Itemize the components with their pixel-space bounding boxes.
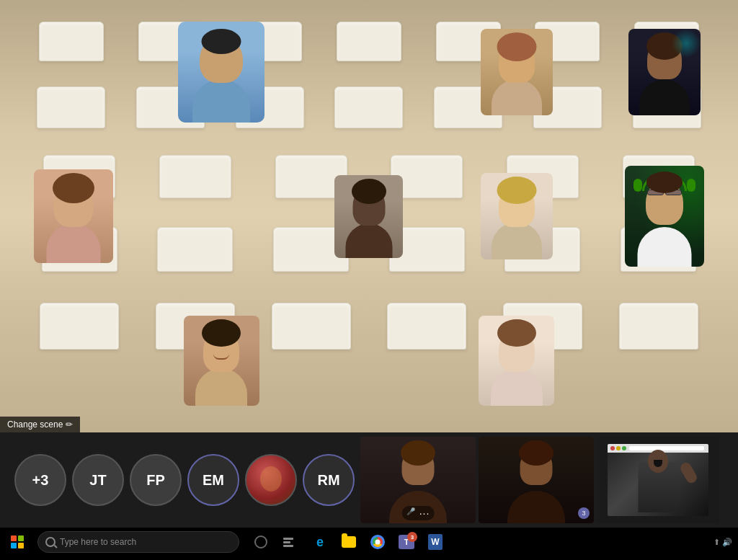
overflow-count-label: +3 bbox=[32, 472, 49, 489]
participant-cell-7 bbox=[590, 144, 738, 288]
windows-quad-1 bbox=[11, 535, 17, 541]
participant-cell bbox=[295, 288, 443, 432]
file-explorer-icon bbox=[342, 536, 356, 548]
search-icon bbox=[45, 537, 55, 547]
teams-button[interactable]: T 3 bbox=[394, 529, 419, 555]
participant-cell-6 bbox=[443, 144, 590, 288]
word-button[interactable]: W bbox=[422, 529, 448, 555]
participant-cell bbox=[148, 144, 295, 288]
task-view-button[interactable] bbox=[275, 529, 301, 555]
word-icon: W bbox=[428, 534, 443, 550]
overflow-count-avatar[interactable]: +3 bbox=[14, 454, 66, 506]
search-placeholder-text: Type here to search bbox=[60, 537, 136, 547]
participant-cell bbox=[590, 288, 738, 432]
active-panel-2[interactable]: 3 bbox=[479, 437, 594, 523]
change-scene-bar[interactable]: Change scene ✏ bbox=[0, 417, 80, 432]
participant-cell bbox=[295, 0, 443, 144]
windows-quad-2 bbox=[18, 535, 24, 541]
participant-count-badge: 3 bbox=[578, 507, 590, 519]
avatar-fp[interactable]: FP bbox=[130, 454, 182, 506]
avatar-red-container[interactable] bbox=[245, 454, 297, 506]
participant-cell-9 bbox=[443, 288, 590, 432]
windows-logo bbox=[11, 535, 24, 548]
avatar-em[interactable]: EM bbox=[187, 454, 239, 506]
participant-cell-1 bbox=[148, 0, 295, 144]
avatar-em-container[interactable]: EM bbox=[187, 454, 239, 506]
participant-cell bbox=[0, 0, 148, 144]
avatar-red[interactable] bbox=[245, 454, 297, 506]
participant-cell-2 bbox=[443, 0, 590, 144]
avatar-jt[interactable]: JT bbox=[72, 454, 124, 506]
screen-share-panel[interactable] bbox=[597, 437, 719, 523]
active-panel-1[interactable]: 🎤 ··· bbox=[360, 437, 476, 523]
avatar-jt-initials: JT bbox=[89, 472, 106, 489]
participant-cell-4 bbox=[0, 144, 148, 288]
avatar-fp-container[interactable]: FP bbox=[130, 454, 182, 506]
participant-cell-5 bbox=[295, 144, 443, 288]
avatar-em-initials: EM bbox=[203, 472, 224, 489]
edge-icon-button[interactable]: e bbox=[307, 529, 333, 555]
task-view-icon bbox=[283, 538, 293, 547]
main-content: Change scene ✏ +3 JT FP bbox=[0, 0, 738, 560]
panel-controls: 🎤 ··· bbox=[402, 506, 435, 520]
participant-cell-8 bbox=[148, 288, 295, 432]
taskbar-search-box[interactable]: Type here to search bbox=[37, 531, 239, 553]
windows-quad-4 bbox=[18, 543, 24, 548]
chrome-icon bbox=[370, 535, 385, 549]
edit-icon: ✏ bbox=[66, 419, 73, 430]
system-tray: ⬆ 🔊 bbox=[713, 538, 738, 547]
teams-icon: T 3 bbox=[399, 535, 414, 549]
change-scene-label: Change scene bbox=[7, 419, 63, 430]
strip-left-section: +3 JT FP EM bbox=[7, 454, 360, 506]
edge-icon: e bbox=[316, 535, 324, 550]
mic-icon-panel: 🎤 bbox=[406, 507, 415, 519]
strip-right-section: 🎤 ··· 3 bbox=[360, 437, 731, 523]
avatar-jt-container[interactable]: JT bbox=[72, 454, 124, 506]
screen-share-content bbox=[608, 444, 708, 516]
chrome-button[interactable] bbox=[365, 529, 391, 555]
participants-grid bbox=[0, 0, 738, 432]
overflow-avatar[interactable]: +3 bbox=[14, 454, 66, 506]
video-area: Change scene ✏ bbox=[0, 0, 738, 432]
teams-notification-badge: 3 bbox=[407, 532, 417, 542]
taskbar-app-icons: e T 3 W bbox=[307, 529, 448, 555]
cortana-button[interactable] bbox=[248, 529, 274, 555]
windows-quad-3 bbox=[11, 543, 17, 548]
avatar-rm-container[interactable]: RM bbox=[303, 454, 355, 506]
cortana-icon bbox=[254, 535, 267, 548]
system-tray-icons: ⬆ 🔊 bbox=[713, 538, 732, 547]
avatar-rm-initials: RM bbox=[317, 472, 339, 489]
participant-cell-3 bbox=[590, 0, 738, 144]
taskbar-center-buttons bbox=[248, 529, 301, 555]
participant-cell bbox=[0, 288, 148, 432]
taskbar: Type here to search e bbox=[0, 528, 738, 556]
panel-dots: ··· bbox=[419, 507, 430, 519]
avatar-rm[interactable]: RM bbox=[303, 454, 355, 506]
file-explorer-button[interactable] bbox=[336, 529, 362, 555]
avatar-fp-initials: FP bbox=[146, 472, 165, 489]
participants-strip: +3 JT FP EM bbox=[0, 432, 738, 528]
start-button[interactable] bbox=[0, 528, 35, 556]
